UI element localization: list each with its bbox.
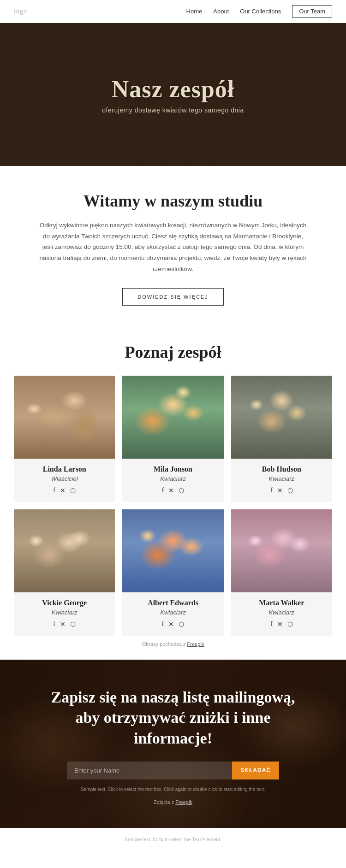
nav-link-team[interactable]: Our Team [292, 5, 332, 18]
team-photo [14, 509, 115, 592]
team-card: Vickie George Kwiaciarz f ✕ ⬡ [14, 509, 115, 636]
newsletter-sample-text: Sample text. Click to select the text bo… [37, 786, 309, 793]
newsletter-input[interactable] [67, 762, 232, 779]
instagram-icon[interactable]: ⬡ [287, 487, 293, 495]
facebook-icon[interactable]: f [53, 487, 55, 495]
instagram-icon[interactable]: ⬡ [70, 620, 76, 628]
team-photo [122, 509, 223, 592]
team-heading: Poznaj zespół [14, 342, 332, 362]
instagram-icon[interactable]: ⬡ [179, 620, 184, 628]
team-member-role: Kwiaciarz [127, 609, 219, 616]
instagram-icon[interactable]: ⬡ [179, 487, 184, 495]
freepik-photo-link[interactable]: Freepik [175, 799, 192, 805]
team-grid: Linda Larson Właściciel f ✕ ⬡ Mila Jonso… [14, 376, 332, 636]
welcome-body: Odkryj wykwintne piękno naszych kwiatowy… [37, 220, 309, 274]
twitter-x-icon[interactable]: ✕ [60, 487, 66, 495]
team-member-role: Kwiaciarz [127, 475, 219, 482]
newsletter-section: Zapisz się na naszą listę mailingową, ab… [0, 660, 346, 828]
social-icons: f ✕ ⬡ [18, 620, 110, 628]
nav-link-home[interactable]: Home [186, 8, 203, 15]
facebook-icon[interactable]: f [270, 487, 273, 495]
team-card: Linda Larson Właściciel f ✕ ⬡ [14, 376, 115, 502]
team-member-role: Właściciel [18, 475, 110, 482]
navbar: logo Home About Our Collections Our Team [0, 0, 346, 23]
twitter-x-icon[interactable]: ✕ [168, 620, 174, 628]
hero-section: Nasz zespół oferujemy dostawę kwiatów te… [0, 23, 346, 166]
hero-subtitle: oferujemy dostawę kwiatów tego samego dn… [102, 106, 244, 114]
freepik-link[interactable]: Freepik [187, 641, 204, 647]
welcome-heading: Witamy w naszym studiu [37, 191, 309, 211]
nav-link-collections[interactable]: Our Collections [240, 8, 281, 15]
learn-more-button[interactable]: DOWIEDZ SIĘ WIĘCEJ [122, 288, 223, 306]
hero-title: Nasz zespół [102, 76, 244, 103]
team-member-role: Kwiaciarz [18, 609, 110, 616]
team-member-role: Kwiaciarz [236, 609, 328, 616]
newsletter-photo-credit: Zdjęcia z Freepik [37, 799, 309, 805]
logo: logo [14, 8, 27, 15]
team-member-name: Vickie George [18, 599, 110, 607]
team-member-name: Bob Hudson [236, 465, 328, 473]
welcome-section: Witamy w naszym studiu Odkryj wykwintne … [0, 166, 346, 324]
facebook-icon[interactable]: f [162, 487, 164, 495]
newsletter-submit-button[interactable]: SKŁADAĆ [232, 762, 279, 779]
team-card: Mila Jonson Kwiaciarz f ✕ ⬡ [122, 376, 223, 502]
twitter-x-icon[interactable]: ✕ [168, 487, 174, 495]
team-member-name: Linda Larson [18, 465, 110, 473]
instagram-icon[interactable]: ⬡ [70, 487, 76, 495]
team-member-name: Mila Jonson [127, 465, 219, 473]
footer: Sample text. Click to select the Text El… [0, 828, 346, 850]
team-card: Albert Edwards Kwiaciarz f ✕ ⬡ [122, 509, 223, 636]
team-photo [14, 376, 115, 459]
facebook-icon[interactable]: f [162, 620, 164, 628]
social-icons: f ✕ ⬡ [127, 487, 219, 495]
footer-sample-text: Sample text. Click to select the Text El… [14, 837, 332, 842]
nav-links: Home About Our Collections Our Team [186, 5, 332, 18]
newsletter-form: SKŁADAĆ [67, 762, 279, 779]
social-icons: f ✕ ⬡ [18, 487, 110, 495]
team-photo [122, 376, 223, 459]
social-icons: f ✕ ⬡ [127, 620, 219, 628]
social-icons: f ✕ ⬡ [236, 620, 328, 628]
nav-link-about[interactable]: About [213, 8, 229, 15]
facebook-icon[interactable]: f [53, 620, 55, 628]
team-member-role: Kwiaciarz [236, 475, 328, 482]
facebook-icon[interactable]: f [270, 620, 273, 628]
team-section: Poznaj zespół Linda Larson Właściciel f … [0, 324, 346, 660]
team-member-name: Marta Walker [236, 599, 328, 607]
team-photo [231, 509, 332, 592]
team-card: Marta Walker Kwiaciarz f ✕ ⬡ [231, 509, 332, 636]
social-icons: f ✕ ⬡ [236, 487, 328, 495]
image-credit: Obrazy pochodzą z Freepik [14, 636, 332, 650]
twitter-x-icon[interactable]: ✕ [277, 487, 283, 495]
team-photo [231, 376, 332, 459]
twitter-x-icon[interactable]: ✕ [277, 620, 283, 628]
team-member-name: Albert Edwards [127, 599, 219, 607]
team-card: Bob Hudson Kwiaciarz f ✕ ⬡ [231, 376, 332, 502]
instagram-icon[interactable]: ⬡ [287, 620, 293, 628]
twitter-x-icon[interactable]: ✕ [60, 620, 66, 628]
hero-content: Nasz zespół oferujemy dostawę kwiatów te… [102, 76, 244, 114]
newsletter-title: Zapisz się na naszą listę mailingową, ab… [37, 687, 309, 749]
